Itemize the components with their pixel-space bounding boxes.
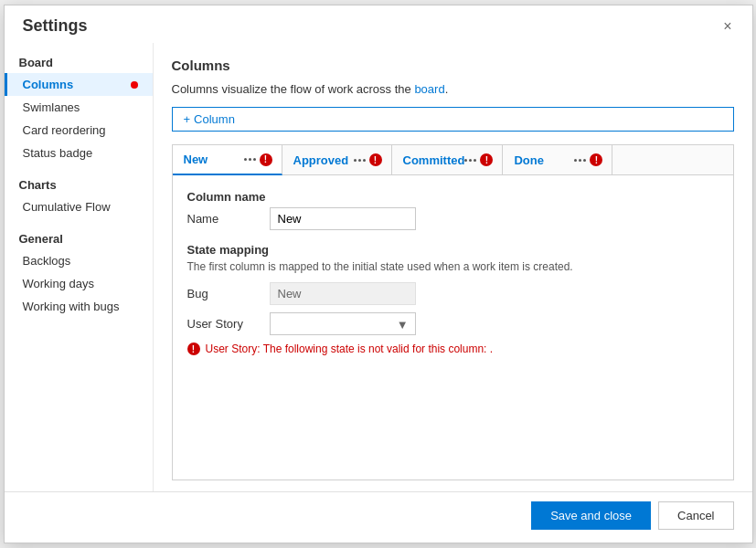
col-tab-new-icons: ! [244, 153, 272, 166]
add-column-icon: + [184, 112, 191, 126]
bug-label: Bug [187, 287, 261, 300]
content-title: Columns [172, 58, 734, 73]
user-story-select[interactable] [270, 312, 416, 335]
dialog-header: Settings × [5, 5, 752, 43]
committed-tab-ellipsis-icon[interactable] [464, 159, 476, 162]
col-tab-new-top: New ! [184, 153, 272, 166]
sidebar-item-working-with-bugs[interactable]: Working with bugs [5, 295, 153, 318]
sidebar-section-charts[interactable]: Charts [5, 173, 153, 195]
sidebar-item-columns-label: Columns [23, 78, 74, 91]
board-link[interactable]: board [414, 82, 444, 96]
columns-description: Columns visualize the flow of work acros… [172, 82, 734, 96]
sidebar-item-backlogs-label: Backlogs [23, 254, 71, 268]
sidebar-item-columns[interactable]: Columns [5, 73, 153, 96]
column-name-section-title: Column name [187, 190, 719, 204]
column-tab-committed[interactable]: Committed ! [392, 145, 504, 174]
close-button[interactable]: × [718, 17, 737, 36]
sidebar: Board Columns Swimlanes Card reordering … [5, 43, 154, 491]
name-input[interactable] [270, 207, 416, 230]
col-tab-committed-icons: ! [464, 153, 493, 166]
sidebar-item-cumulative-flow-label: Cumulative Flow [23, 200, 111, 214]
sidebar-item-swimlanes-label: Swimlanes [23, 100, 80, 114]
columns-error-indicator [131, 81, 138, 89]
sidebar-item-status-badge[interactable]: Status badge [5, 142, 153, 164]
error-text: User Story: The following state is not v… [206, 342, 494, 355]
sidebar-item-board[interactable]: Board [5, 50, 153, 73]
add-column-button[interactable]: + Column [172, 107, 734, 132]
columns-panel: Column name Name State mapping The first… [173, 175, 733, 480]
dialog-title: Settings [23, 16, 88, 36]
col-tab-committed-top: Committed ! [403, 153, 494, 167]
sidebar-section-general[interactable]: General [5, 227, 153, 249]
col-tab-approved-label: Approved [293, 153, 349, 167]
col-tab-new-label: New [184, 153, 208, 166]
col-tab-committed-label: Committed [403, 153, 465, 167]
done-tab-ellipsis-icon[interactable] [574, 159, 586, 162]
save-and-close-button[interactable]: Save and close [531, 501, 651, 530]
error-icon: ! [187, 342, 200, 355]
main-content: Columns Columns visualize the flow of wo… [154, 43, 752, 491]
sidebar-item-status-badge-label: Status badge [23, 146, 93, 160]
columns-tabs: New ! [173, 145, 733, 175]
column-tab-approved[interactable]: Approved ! [282, 145, 392, 174]
dialog-footer: Save and close Cancel [5, 491, 752, 543]
state-mapping-group: State mapping The first column is mapped… [187, 243, 719, 355]
user-story-select-wrapper: ▼ [270, 312, 416, 335]
user-story-field-row: User Story ▼ [187, 312, 719, 335]
col-tab-done-label: Done [514, 153, 544, 167]
sidebar-item-swimlanes[interactable]: Swimlanes [5, 96, 153, 119]
sidebar-item-working-days-label: Working days [23, 277, 95, 290]
new-tab-error-icon: ! [260, 153, 272, 166]
column-tab-done[interactable]: Done ! [503, 145, 612, 174]
sidebar-item-card-reordering-label: Card reordering [23, 123, 106, 137]
state-mapping-description: The first column is mapped to the initia… [187, 260, 719, 273]
column-name-group: Column name Name [187, 190, 719, 230]
user-story-label: User Story [187, 317, 261, 331]
col-tab-approved-top: Approved ! [293, 153, 382, 167]
col-tab-done-top: Done ! [514, 153, 602, 167]
user-story-error-message: ! User Story: The following state is not… [187, 342, 719, 355]
committed-tab-error-icon: ! [480, 153, 493, 166]
sidebar-item-card-reordering[interactable]: Card reordering [5, 119, 153, 142]
col-tab-approved-icons: ! [354, 153, 382, 166]
sidebar-item-cumulative-flow[interactable]: Cumulative Flow [5, 195, 153, 218]
bug-field-row: Bug New [187, 282, 719, 305]
col-tab-done-icons: ! [574, 153, 602, 166]
approved-tab-error-icon: ! [369, 153, 382, 166]
name-field-row: Name [187, 207, 719, 230]
cancel-button[interactable]: Cancel [658, 501, 733, 530]
columns-area: New ! [172, 144, 734, 480]
sidebar-item-working-with-bugs-label: Working with bugs [23, 300, 120, 313]
done-tab-error-icon: ! [590, 153, 602, 166]
approved-tab-ellipsis-icon[interactable] [354, 159, 366, 162]
state-mapping-title: State mapping [187, 243, 719, 257]
dialog-body: Board Columns Swimlanes Card reordering … [5, 43, 752, 491]
sidebar-item-working-days[interactable]: Working days [5, 272, 153, 295]
name-label: Name [187, 212, 261, 226]
add-column-label: Column [194, 112, 235, 126]
settings-dialog: Settings × Board Columns Swimlanes Card … [4, 5, 753, 543]
sidebar-item-backlogs[interactable]: Backlogs [5, 249, 153, 272]
new-tab-ellipsis-icon[interactable] [244, 158, 256, 161]
bug-value: New [270, 282, 416, 305]
column-tab-new[interactable]: New ! [173, 145, 282, 175]
